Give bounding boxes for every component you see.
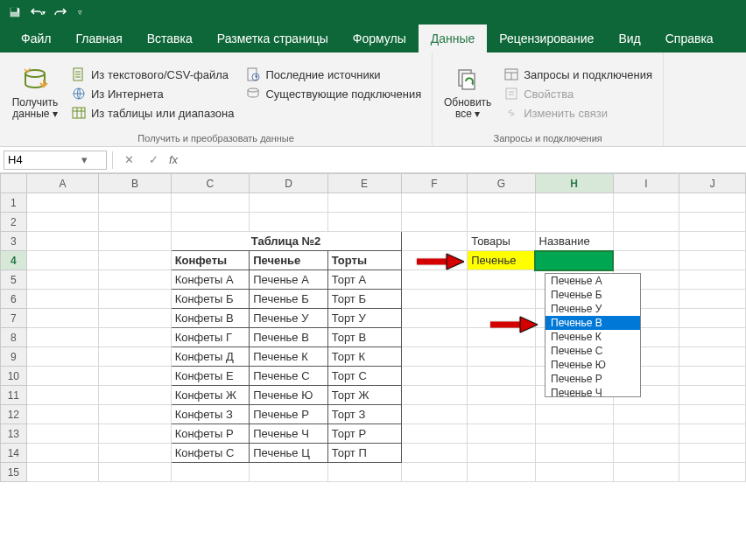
- dropdown-item[interactable]: Печенье Ю: [545, 358, 640, 372]
- cell-E15[interactable]: [327, 463, 401, 482]
- cell-F12[interactable]: [401, 405, 468, 424]
- cell-F1[interactable]: [401, 193, 468, 213]
- get-data-button[interactable]: Получить данные ▾: [7, 56, 63, 131]
- cell-A9[interactable]: [26, 347, 98, 367]
- cell-I13[interactable]: [613, 424, 679, 444]
- cell-D1[interactable]: [250, 193, 328, 213]
- column-header-J[interactable]: J: [679, 174, 746, 193]
- name-box[interactable]: ▾: [4, 150, 107, 170]
- cell-F3[interactable]: [401, 232, 468, 251]
- cell-G12[interactable]: [468, 405, 535, 424]
- cell-E11[interactable]: Торт Ж: [327, 386, 401, 405]
- cell-J9[interactable]: [679, 347, 746, 367]
- cell-F14[interactable]: [401, 444, 468, 463]
- save-button[interactable]: [4, 2, 26, 23]
- cell-F2[interactable]: [401, 213, 468, 232]
- tab-review[interactable]: Рецензирование: [487, 24, 606, 52]
- row-header-10[interactable]: 10: [1, 367, 27, 386]
- cell-H13[interactable]: [535, 424, 613, 444]
- column-header-C[interactable]: C: [171, 174, 250, 193]
- cell-G15[interactable]: [468, 463, 535, 482]
- cell-E6[interactable]: Торт Б: [327, 290, 401, 309]
- recent-sources-button[interactable]: Последние источники: [243, 66, 425, 83]
- cell-C12[interactable]: Конфеты З: [171, 405, 250, 424]
- cell-F6[interactable]: [401, 290, 468, 309]
- cell-D13[interactable]: Печенье Ч: [250, 424, 328, 444]
- cell-A12[interactable]: [26, 405, 98, 424]
- cell-F11[interactable]: [401, 386, 468, 405]
- undo-button[interactable]: ▾: [26, 2, 49, 23]
- cell-B7[interactable]: [99, 309, 171, 328]
- cell-J4[interactable]: [679, 251, 746, 270]
- cell-C10[interactable]: Конфеты Е: [171, 367, 250, 386]
- cancel-formula-button[interactable]: ✕: [120, 151, 137, 169]
- cell-H15[interactable]: [535, 463, 613, 482]
- cell-E1[interactable]: [327, 193, 401, 213]
- cell-J14[interactable]: [679, 444, 746, 463]
- cell-J11[interactable]: [679, 386, 746, 405]
- tab-insert[interactable]: Вставка: [135, 24, 205, 52]
- column-header-D[interactable]: D: [250, 174, 328, 193]
- cell-C4[interactable]: Конфеты: [171, 251, 250, 270]
- row-header-6[interactable]: 6: [1, 290, 27, 309]
- cell-A5[interactable]: [26, 270, 98, 290]
- cell-D7[interactable]: Печенье У: [250, 309, 328, 328]
- cell-E9[interactable]: Торт К: [327, 347, 401, 367]
- name-box-input[interactable]: [8, 153, 78, 166]
- existing-connections-button[interactable]: Существующие подключения: [243, 85, 425, 102]
- cell-A1[interactable]: [26, 193, 98, 213]
- cell-D9[interactable]: Печенье К: [250, 347, 328, 367]
- cell-C7[interactable]: Конфеты В: [171, 309, 250, 328]
- row-header-1[interactable]: 1: [1, 193, 27, 213]
- cell-C13[interactable]: Конфеты Р: [171, 424, 250, 444]
- cell-E4[interactable]: Торты: [327, 251, 401, 270]
- cell-D15[interactable]: [250, 463, 328, 482]
- row-header-8[interactable]: 8: [1, 328, 27, 347]
- row-header-13[interactable]: 13: [1, 424, 27, 444]
- cell-A15[interactable]: [26, 463, 98, 482]
- cell-F7[interactable]: [401, 309, 468, 328]
- enter-formula-button[interactable]: ✓: [144, 151, 162, 169]
- cell-H1[interactable]: [535, 193, 613, 213]
- cell-B2[interactable]: [99, 213, 171, 232]
- worksheet[interactable]: ABCDEFGHIJ123Таблица №2ТоварыНазвание4Ко…: [0, 173, 746, 482]
- cell-B6[interactable]: [99, 290, 171, 309]
- column-header-A[interactable]: A: [26, 174, 98, 193]
- cell-J13[interactable]: [679, 424, 746, 444]
- cell-E7[interactable]: Торт У: [327, 309, 401, 328]
- cell-I12[interactable]: [613, 405, 679, 424]
- select-all-corner[interactable]: [1, 174, 27, 193]
- tab-help[interactable]: Справка: [653, 24, 726, 52]
- cell-A13[interactable]: [26, 424, 98, 444]
- row-header-5[interactable]: 5: [1, 270, 27, 290]
- tab-home[interactable]: Главная: [63, 24, 134, 52]
- cell-G1[interactable]: [468, 193, 535, 213]
- cell-G5[interactable]: [468, 270, 535, 290]
- cell-B15[interactable]: [99, 463, 171, 482]
- from-range-button[interactable]: Из таблицы или диапазона: [68, 104, 237, 122]
- cell-G2[interactable]: [468, 213, 535, 232]
- cell-C1[interactable]: [171, 193, 250, 213]
- cell-B14[interactable]: [99, 444, 171, 463]
- refresh-all-button[interactable]: Обновить все ▾: [440, 56, 496, 131]
- cell-E8[interactable]: Торт В: [327, 328, 401, 347]
- tab-data[interactable]: Данные: [419, 24, 488, 52]
- cell-F10[interactable]: [401, 367, 468, 386]
- cell-D14[interactable]: Печенье Ц: [250, 444, 328, 463]
- cell-F13[interactable]: [401, 424, 468, 444]
- from-csv-button[interactable]: Из текстового/CSV-файла: [68, 66, 237, 83]
- cell-J8[interactable]: [679, 328, 746, 347]
- cell-I3[interactable]: [613, 232, 679, 251]
- cell-C11[interactable]: Конфеты Ж: [171, 386, 250, 405]
- cell-D2[interactable]: [250, 213, 328, 232]
- cell-J10[interactable]: [679, 367, 746, 386]
- dropdown-item[interactable]: Печенье К: [545, 330, 640, 344]
- dropdown-item[interactable]: Печенье Б: [545, 288, 640, 302]
- cell-G13[interactable]: [468, 424, 535, 444]
- cell-H3[interactable]: Название: [535, 232, 613, 251]
- dropdown-item[interactable]: Печенье У: [545, 302, 640, 316]
- tab-file[interactable]: Файл: [9, 24, 63, 52]
- cell-C5[interactable]: Конфеты А: [171, 270, 250, 290]
- cell-B9[interactable]: [99, 347, 171, 367]
- cell-A3[interactable]: [26, 232, 98, 251]
